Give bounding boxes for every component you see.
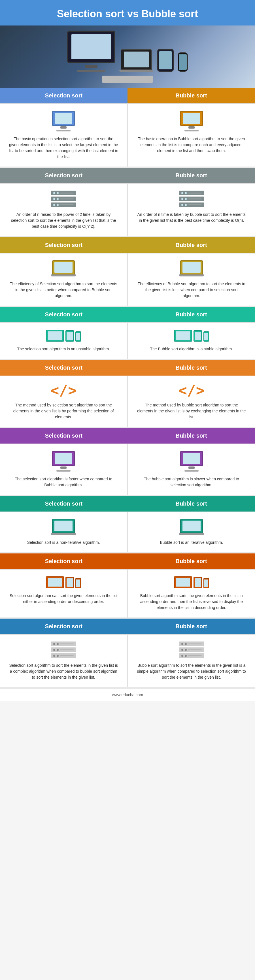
sections-container: Selection sort Bubble sort The basic ope… xyxy=(0,88,255,688)
section-6-content: The selection sort algorithm is faster w… xyxy=(0,444,255,495)
left-cell-7: Selection sort is a non-iterative algori… xyxy=(0,512,128,552)
left-text-8: Selection sort algorithm can sort the gi… xyxy=(8,593,119,605)
section-9-header: Selection sort Bubble sort xyxy=(0,619,255,634)
right-cell-5: </> The method used by bubble sort algor… xyxy=(128,376,255,427)
section-3-header: Selection sort Bubble sort xyxy=(0,237,255,253)
right-cell-8: Bubble sort algorithm sorts the given el… xyxy=(128,570,255,617)
left-icon-1 xyxy=(52,111,75,131)
left-cell-9: Selection sort algorithm to sort the ele… xyxy=(0,635,128,687)
section-9-content: Selection sort algorithm to sort the ele… xyxy=(0,634,255,687)
left-header-9: Selection sort xyxy=(0,619,128,634)
left-text-5: The method used by selection sort algori… xyxy=(8,402,119,420)
left-header-3: Selection sort xyxy=(0,237,128,253)
left-cell-6: The selection sort algorithm is faster w… xyxy=(0,444,128,495)
left-text-2: An order of n raised to the power of 2 t… xyxy=(8,212,119,229)
right-cell-9: Bubble sort algorithm to sort the elemen… xyxy=(128,635,255,687)
right-text-2: An order of n time is taken by bubble so… xyxy=(137,212,247,223)
right-text-9: Bubble sort algorithm to sort the elemen… xyxy=(137,662,247,680)
right-icon-7 xyxy=(179,519,204,535)
right-icon-9 xyxy=(179,641,204,658)
left-text-6: The selection sort algorithm is faster w… xyxy=(8,476,119,488)
left-cell-4: The selection sort algorithm is an unsta… xyxy=(0,323,128,359)
section-1-content: The basic operation in selection sort al… xyxy=(0,103,255,167)
left-header-4: Selection sort xyxy=(0,307,128,322)
right-icon-2 xyxy=(179,191,204,207)
right-header-4: Bubble sort xyxy=(128,307,255,322)
section-5-header: Selection sort Bubble sort xyxy=(0,360,255,375)
right-text-5: The method used by bubble sort algorithm… xyxy=(137,402,247,420)
left-text-7: Selection sort is a non-iterative algori… xyxy=(27,539,100,546)
left-text-3: The efficiency of Selection sort algorit… xyxy=(8,281,119,299)
left-icon-8 xyxy=(46,576,81,588)
left-header-8: Selection sort xyxy=(0,554,128,569)
left-cell-1: The basic operation in selection sort al… xyxy=(0,104,128,167)
left-header-2: Selection sort xyxy=(0,168,128,183)
left-icon-9 xyxy=(51,641,76,658)
section-4-header: Selection sort Bubble sort xyxy=(0,307,255,322)
section-5-content: </> The method used by selection sort al… xyxy=(0,375,255,427)
left-cell-5: </> The method used by selection sort al… xyxy=(0,376,128,427)
right-header-1: Bubble sort xyxy=(128,88,255,103)
right-cell-6: The bubble sort algorithm is slower when… xyxy=(128,444,255,495)
right-text-8: Bubble sort algorithm sorts the given el… xyxy=(137,593,247,611)
left-text-4: The selection sort algorithm is an unsta… xyxy=(17,346,110,352)
right-icon-1 xyxy=(180,111,203,131)
right-text-1: The basic operation in Bubble sort algor… xyxy=(137,136,247,154)
right-header-8: Bubble sort xyxy=(128,554,255,569)
left-text-1: The basic operation in selection sort al… xyxy=(8,136,119,160)
section-1-header: Selection sort Bubble sort xyxy=(0,88,255,103)
right-cell-1: The basic operation in Bubble sort algor… xyxy=(128,104,255,167)
right-cell-3: The efficiency of Bubble sort algorithm … xyxy=(128,253,255,305)
right-icon-8 xyxy=(174,576,209,588)
section-6-header: Selection sort Bubble sort xyxy=(0,428,255,444)
section-2-header: Selection sort Bubble sort xyxy=(0,168,255,183)
section-7-header: Selection sort Bubble sort xyxy=(0,496,255,512)
right-header-3: Bubble sort xyxy=(128,237,255,253)
right-cell-7: Bubble sort is an iterative algorithm. xyxy=(128,512,255,552)
left-header-7: Selection sort xyxy=(0,496,128,512)
section-8-header: Selection sort Bubble sort xyxy=(0,554,255,569)
footer: www.educba.com xyxy=(0,688,255,701)
right-header-9: Bubble sort xyxy=(128,619,255,634)
right-header-7: Bubble sort xyxy=(128,496,255,512)
right-icon-3 xyxy=(179,260,204,277)
left-cell-3: The efficiency of Selection sort algorit… xyxy=(0,253,128,305)
section-7-content: Selection sort is a non-iterative algori… xyxy=(0,512,255,552)
right-header-2: Bubble sort xyxy=(128,168,255,183)
section-8-content: Selection sort algorithm can sort the gi… xyxy=(0,569,255,617)
left-text-9: Selection sort algorithm to sort the ele… xyxy=(8,662,119,680)
left-icon-6 xyxy=(52,451,75,472)
section-2-content: An order of n raised to the power of 2 t… xyxy=(0,183,255,236)
right-header-5: Bubble sort xyxy=(128,360,255,375)
right-cell-4: The Bubble sort algorithm is a stable al… xyxy=(128,323,255,359)
right-cell-2: An order of n time is taken by bubble so… xyxy=(128,184,255,236)
left-header-1: Selection sort xyxy=(0,88,128,103)
left-header-5: Selection sort xyxy=(0,360,128,375)
right-text-7: Bubble sort is an iterative algorithm. xyxy=(160,539,223,546)
left-cell-8: Selection sort algorithm can sort the gi… xyxy=(0,570,128,617)
left-header-6: Selection sort xyxy=(0,428,128,444)
right-icon-5: </> xyxy=(178,383,205,398)
right-text-4: The Bubble sort algorithm is a stable al… xyxy=(150,346,233,352)
section-4-content: The selection sort algorithm is an unsta… xyxy=(0,322,255,359)
hero-image xyxy=(0,25,255,88)
right-icon-4 xyxy=(174,330,209,342)
left-icon-5: </> xyxy=(50,383,77,398)
section-3-content: The efficiency of Selection sort algorit… xyxy=(0,253,255,305)
left-cell-2: An order of n raised to the power of 2 t… xyxy=(0,184,128,236)
right-text-6: The bubble sort algorithm is slower when… xyxy=(137,476,247,488)
right-icon-6 xyxy=(180,451,203,472)
right-text-3: The efficiency of Bubble sort algorithm … xyxy=(137,281,247,299)
left-icon-4 xyxy=(46,330,81,342)
right-header-6: Bubble sort xyxy=(128,428,255,444)
page-title: Selection sort vs Bubble sort xyxy=(0,0,255,25)
left-icon-3 xyxy=(51,260,76,277)
left-icon-2 xyxy=(51,191,76,207)
left-icon-7 xyxy=(51,519,76,535)
